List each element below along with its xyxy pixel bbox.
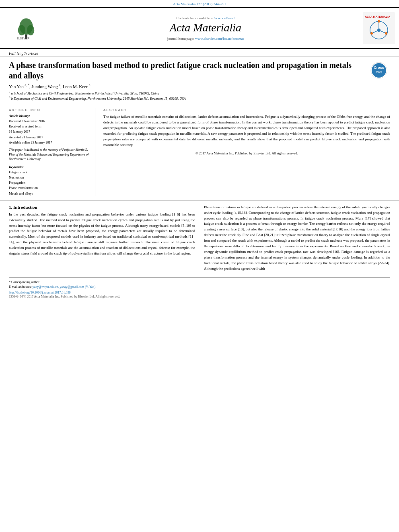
date-received: Received 2 November 2016	[9, 119, 89, 124]
affiliation-b: b b Department of Civil and Environmenta…	[9, 96, 390, 101]
science-direct-label: Contents lists available at ScienceDirec…	[177, 16, 235, 20]
affiliation-a: a a School of Mechanics and Civil Engine…	[9, 90, 390, 96]
email-line: E-mail addresses: yaoy@nwpu.edu.cn, yaoa…	[9, 285, 390, 290]
journal-main-title: Acta Materialia	[170, 21, 241, 34]
elsevier-tree-icon: ELSEVIER	[14, 16, 38, 40]
article-title-section: A phase transformation based method to p…	[0, 57, 399, 82]
info-abstract-section: ARTICLE INFO Article history: Received 2…	[0, 104, 399, 200]
intro-number: 1.	[9, 205, 12, 210]
abstract-text: The fatigue failure of metallic material…	[103, 114, 390, 148]
history-label: Article history:	[9, 114, 89, 118]
intro-title: Introduction	[13, 205, 37, 210]
intro-right-col: Phase transformations in fatigue are def…	[204, 205, 390, 272]
abstract-header: ABSTRACT	[103, 108, 390, 112]
acta-logo-section: ACTA MATERIALIA	[359, 10, 399, 46]
issn-line: 1359-6454/© 2017 Acta Materialia Inc. Pu…	[0, 294, 399, 302]
intro-left-text: In the past decades, the fatigue crack n…	[9, 212, 195, 257]
article-type: Full length article	[0, 49, 399, 57]
dedication-text: This paper is dedicated to the memory of…	[9, 148, 89, 162]
author-affil-b: b	[88, 83, 90, 87]
svg-point-3	[27, 25, 34, 35]
corresponding-note: * Corresponding author.	[9, 280, 390, 285]
date-revised: 14 January 2017	[9, 129, 89, 134]
affiliations-section: a a School of Mechanics and Civil Engine…	[0, 90, 399, 104]
homepage-link[interactable]: www.elsevier.com/locate/actamat	[195, 37, 244, 41]
abstract-col: ABSTRACT The fatigue failure of metallic…	[103, 108, 390, 196]
svg-text:Cross: Cross	[374, 66, 384, 70]
introduction-section: 1. Introduction In the past decades, the…	[0, 200, 399, 276]
author-affil-a: a, *	[25, 83, 30, 87]
keywords-label: Keywords:	[9, 165, 89, 169]
intro-heading: 1. Introduction	[9, 205, 195, 210]
intro-left-col: 1. Introduction In the past decades, the…	[9, 205, 195, 272]
svg-text:ACTA MATERIALIA: ACTA MATERIALIA	[365, 15, 390, 18]
email-label: E-mail addresses:	[9, 285, 32, 289]
keyword-4: Phase transformation	[9, 185, 89, 191]
author-keer: Leon M. Keer	[63, 84, 88, 89]
svg-text:ELSEVIER: ELSEVIER	[17, 37, 30, 40]
authors-line: Yao Yao a, *, Jundong Wang a, Leon M. Ke…	[0, 82, 399, 90]
homepage-label: journal homepage: www.elsevier.com/locat…	[167, 37, 244, 41]
svg-point-2	[18, 25, 25, 35]
author-affil-a2: a	[59, 83, 61, 87]
article-dates: Received 2 November 2016 Received in rev…	[9, 119, 89, 145]
keyword-3: Propagation	[9, 180, 89, 185]
doi-line: http://dx.doi.org/10.1016/j.actamat.2017…	[0, 290, 399, 294]
keyword-2: Nucleation	[9, 175, 89, 180]
journal-header: ELSEVIER Contents lists available at Sci…	[0, 7, 399, 49]
author-yao: Yao Yao	[9, 84, 24, 89]
crossmark-icon: Cross Mark	[370, 62, 388, 80]
article-info-header: ARTICLE INFO	[9, 108, 89, 112]
volume-info: Acta Materialia 127 (2017) 244–251	[173, 2, 226, 6]
top-bar: Acta Materialia 127 (2017) 244–251	[0, 0, 399, 7]
date-online: Available online 25 January 2017	[9, 140, 89, 145]
svg-point-14	[370, 32, 373, 35]
footnotes-section: * Corresponding author. E-mail addresses…	[9, 277, 390, 290]
email-addresses: yaoy@nwpu.edu.cn, yaoay@gmail.com (Y. Ya…	[33, 285, 97, 289]
intro-right-text: Phase transformations in fatigue are def…	[204, 205, 390, 272]
science-direct-link[interactable]: ScienceDirect	[214, 16, 234, 20]
crossmark-section: Cross Mark	[368, 60, 390, 80]
keyword-5: Metals and alloys	[9, 191, 89, 196]
svg-point-12	[378, 20, 380, 23]
keywords-list: Fatigue crack Nucleation Propagation Pha…	[9, 170, 89, 196]
acta-materialia-logo-icon: ACTA MATERIALIA	[363, 12, 395, 44]
date-revised-label: Received in revised form	[9, 124, 89, 129]
svg-point-13	[385, 32, 387, 35]
journal-title-section: Contents lists available at ScienceDirec…	[52, 10, 359, 46]
date-accepted: Accepted 21 January 2017	[9, 135, 89, 140]
abstract-copyright: © 2017 Acta Materialia Inc. Published by…	[103, 151, 390, 155]
elsevier-logo-section: ELSEVIER	[0, 10, 52, 46]
author-wang: Jundong Wang	[32, 84, 58, 89]
svg-text:Mark: Mark	[376, 70, 382, 73]
keyword-1: Fatigue crack	[9, 170, 89, 175]
article-info-col: ARTICLE INFO Article history: Received 2…	[9, 108, 95, 196]
article-title: A phase transformation based method to p…	[9, 60, 364, 81]
